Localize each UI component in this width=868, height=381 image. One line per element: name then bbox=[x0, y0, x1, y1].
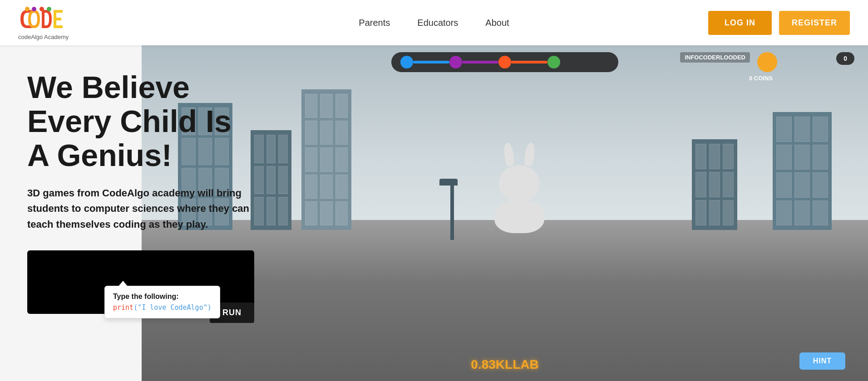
game-progress-bar bbox=[391, 52, 618, 72]
step-line-2 bbox=[462, 61, 498, 64]
building-3 bbox=[301, 89, 351, 230]
code-tooltip: Type the following: print("I love CodeAl… bbox=[104, 286, 220, 318]
nav-educators[interactable]: Educators bbox=[417, 18, 458, 28]
navbar: codeAlgo Academy Parents Educators About… bbox=[0, 0, 868, 45]
nav-parents[interactable]: Parents bbox=[359, 18, 390, 28]
login-button[interactable]: LOG IN bbox=[708, 11, 772, 35]
step-line-1 bbox=[413, 61, 449, 64]
game-character bbox=[494, 165, 544, 233]
step-node-1 bbox=[400, 56, 413, 68]
hero-title: We Believe Every Child Is A Genius! bbox=[27, 70, 259, 172]
tooltip-arrow bbox=[118, 281, 128, 286]
code-string: ("I love CodeAlgo") bbox=[133, 303, 212, 312]
svg-point-3 bbox=[47, 7, 51, 11]
step-line-3 bbox=[511, 61, 547, 64]
step-node-3 bbox=[498, 56, 511, 68]
svg-point-1 bbox=[32, 7, 36, 11]
tooltip-code: print("I love CodeAlgo") bbox=[113, 303, 212, 312]
bottom-score: 0.83KLLAB bbox=[471, 357, 538, 372]
score-bar: 0 bbox=[836, 52, 854, 65]
code-editor-wrapper: Type the following: print("I love CodeAl… bbox=[27, 250, 254, 314]
building-5 bbox=[692, 139, 737, 230]
navbar-nav: Parents Educators About bbox=[359, 18, 509, 28]
step-node-4 bbox=[547, 56, 560, 68]
coins-label: 0 COINS bbox=[749, 75, 773, 82]
username-label: INFOCODERLOODED bbox=[680, 52, 750, 63]
nav-about[interactable]: About bbox=[485, 18, 509, 28]
logo-text: codeAlgo Academy bbox=[18, 34, 69, 40]
svg-point-0 bbox=[25, 7, 30, 11]
register-button[interactable]: REGISTER bbox=[779, 11, 850, 35]
code-print: print bbox=[113, 303, 133, 312]
step-node-2 bbox=[449, 56, 462, 68]
svg-point-2 bbox=[39, 7, 44, 11]
score-display: 0 bbox=[843, 55, 847, 62]
logo-icon bbox=[18, 5, 77, 33]
avatar-circle bbox=[757, 52, 777, 72]
logo[interactable]: codeAlgo Academy bbox=[18, 5, 77, 40]
lamp-post bbox=[447, 179, 458, 240]
user-avatar bbox=[757, 52, 777, 72]
building-4 bbox=[773, 112, 832, 230]
hero-subtitle: 3D games from CodeAlgo academy will brin… bbox=[27, 186, 259, 232]
navbar-actions: LOG IN REGISTER bbox=[708, 11, 850, 35]
hero-section: 0 INFOCODERLOODED 0 COINS 0.83KLLAB HINT… bbox=[0, 45, 868, 381]
hero-content: We Believe Every Child Is A Genius! 3D g… bbox=[0, 45, 281, 314]
hint-button[interactable]: HINT bbox=[799, 352, 845, 370]
tooltip-title: Type the following: bbox=[113, 293, 212, 301]
